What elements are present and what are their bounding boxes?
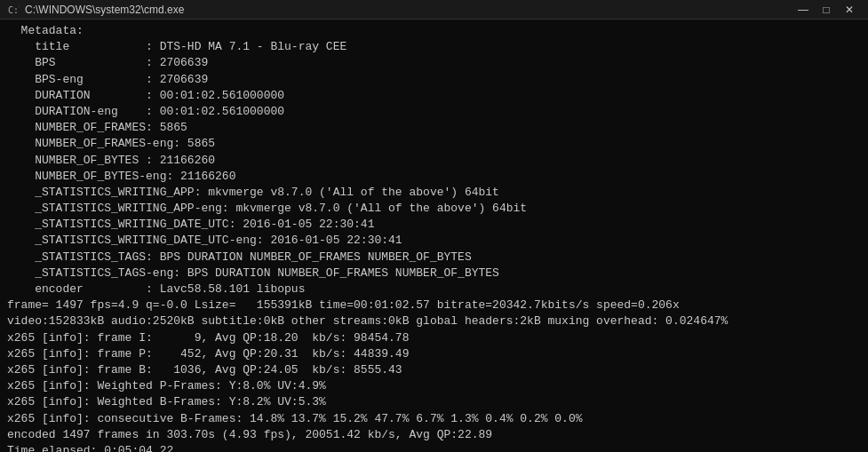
window-controls: — □ ✕ <box>792 2 861 18</box>
terminal-line: _STATISTICS_TAGS-eng: BPS DURATION NUMBE… <box>7 266 861 282</box>
terminal-line: x265 [info]: frame I: 9, Avg QP:18.20 kb… <box>7 330 861 346</box>
terminal-line: _STATISTICS_TAGS: BPS DURATION NUMBER_OF… <box>7 250 861 266</box>
terminal-line: BPS : 2706639 <box>7 55 861 71</box>
maximize-button[interactable]: □ <box>815 2 838 18</box>
terminal-line: title : DTS-HD MA 7.1 - Blu-ray CEE <box>7 39 861 55</box>
terminal-line: NUMBER_OF_FRAMES: 5865 <box>7 120 861 136</box>
terminal-line: Metadata: <box>7 23 861 39</box>
terminal-line: DURATION-eng : 00:01:02.561000000 <box>7 104 861 120</box>
close-button[interactable]: ✕ <box>838 2 861 18</box>
minimize-button[interactable]: — <box>792 2 815 18</box>
terminal-line: BPS-eng : 2706639 <box>7 72 861 88</box>
terminal-line: x265 [info]: Weighted B-Frames: Y:8.2% U… <box>7 394 861 410</box>
svg-text:C:\: C:\ <box>8 5 20 15</box>
terminal-line: frame= 1497 fps=4.9 q=-0.0 Lsize= 155391… <box>7 297 861 313</box>
terminal-line: x265 [info]: frame P: 452, Avg QP:20.31 … <box>7 346 861 362</box>
title-bar: C:\ C:\WINDOWS\system32\cmd.exe — □ ✕ <box>0 0 868 20</box>
terminal-line: NUMBER_OF_FRAMES-eng: 5865 <box>7 136 861 152</box>
terminal-line: NUMBER_OF_BYTES : 21166260 <box>7 153 861 169</box>
terminal-line: DURATION : 00:01:02.561000000 <box>7 88 861 104</box>
cmd-icon: C:\ <box>7 4 20 16</box>
terminal-line: Time elapsed: 0:05:04,22 <box>7 443 861 452</box>
terminal-line: x265 [info]: consecutive B-Frames: 14.8%… <box>7 411 861 427</box>
terminal-line: _STATISTICS_WRITING_APP: mkvmerge v8.7.0… <box>7 185 861 201</box>
title-bar-left: C:\ C:\WINDOWS\system32\cmd.exe <box>7 4 184 16</box>
terminal-line: video:152833kB audio:2520kB subtitle:0kB… <box>7 313 861 329</box>
terminal-line: NUMBER_OF_BYTES-eng: 21166260 <box>7 169 861 185</box>
terminal-line: _STATISTICS_WRITING_APP-eng: mkvmerge v8… <box>7 201 861 217</box>
terminal-line: _STATISTICS_WRITING_DATE_UTC: 2016-01-05… <box>7 217 861 233</box>
terminal-line: encoder : Lavc58.58.101 libopus <box>7 282 861 297</box>
window-title: C:\WINDOWS\system32\cmd.exe <box>25 4 184 16</box>
terminal-output: Metadata: title : DTS-HD MA 7.1 - Blu-ra… <box>0 20 868 452</box>
terminal-line: encoded 1497 frames in 303.70s (4.93 fps… <box>7 427 861 443</box>
terminal-line: x265 [info]: Weighted P-Frames: Y:8.0% U… <box>7 378 861 394</box>
terminal-line: _STATISTICS_WRITING_DATE_UTC-eng: 2016-0… <box>7 233 861 249</box>
terminal-line: x265 [info]: frame B: 1036, Avg QP:24.05… <box>7 362 861 378</box>
